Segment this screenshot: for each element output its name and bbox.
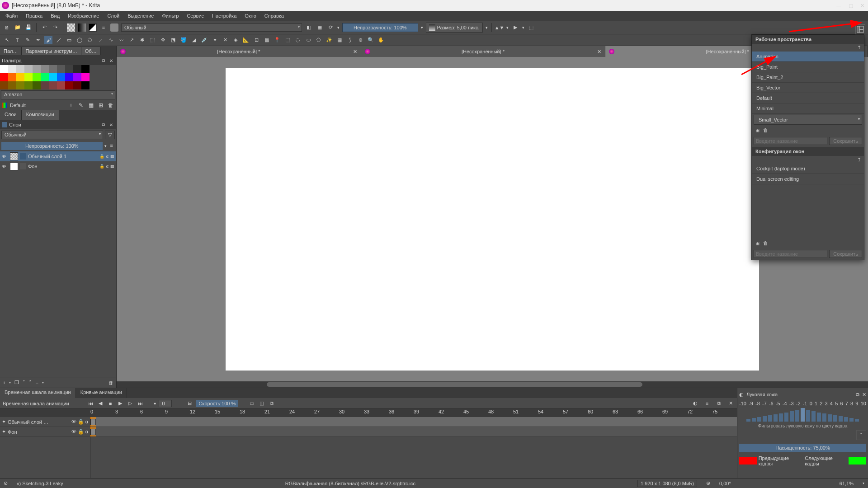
freehand-path-icon[interactable]: 〰 [117, 36, 125, 44]
onion-close-icon[interactable]: ✕ [862, 392, 866, 398]
brush-size-input[interactable]: Размер: 5,00 пикс. [426, 23, 483, 33]
pin-tool-icon[interactable]: 📍 [273, 36, 281, 44]
onion-bar[interactable] [839, 416, 843, 422]
track-row-1[interactable] [90, 417, 737, 427]
gradient-tool-icon[interactable]: ◢ [190, 36, 198, 44]
pan-tool-icon[interactable]: ✋ [377, 36, 385, 44]
menu-settings[interactable]: Настройка [209, 12, 239, 19]
status-angle[interactable]: 0,00° [719, 481, 731, 486]
palette-swatches[interactable] [0, 65, 116, 73]
inherit-icon[interactable]: ▦ [110, 154, 114, 159]
mirror-h-icon[interactable]: ▲▼ [495, 23, 504, 32]
onion-bar[interactable] [849, 418, 854, 422]
palette-color[interactable] [24, 81, 33, 89]
palette-color[interactable] [65, 73, 73, 81]
workspace-small-vector-dropdown[interactable]: Small_Vector [754, 115, 862, 125]
status-locator-icon[interactable]: ⊕ [706, 480, 710, 486]
pattern-swatch[interactable] [67, 23, 75, 32]
palette-color[interactable] [57, 65, 65, 73]
polygon-tool-icon[interactable]: ⬠ [86, 36, 94, 44]
onion-bar[interactable] [833, 415, 837, 422]
layer-item-bg[interactable]: 👁 Фон 🔒 α ▦ [0, 161, 116, 171]
timeline-ruler[interactable]: 0369121518212427303336394245485154576063… [0, 409, 737, 417]
palette-swatches-3[interactable] [0, 81, 116, 89]
palette-color[interactable] [16, 65, 24, 73]
workspace-item-minimal[interactable]: Minimal [752, 103, 864, 114]
lock-icon[interactable]: 🔒 [99, 154, 104, 159]
palette-color[interactable] [49, 81, 57, 89]
palette-color[interactable] [81, 73, 90, 81]
onion-bar[interactable] [801, 408, 805, 422]
prev-frame-icon[interactable]: ◀ [97, 400, 104, 407]
bezier-tool-icon[interactable]: ∿ [107, 36, 115, 44]
prev-frames-color[interactable] [739, 457, 757, 465]
layer-item-1[interactable]: 👁 Обычный слой 1 🔒 α ▦ [0, 151, 116, 161]
eraser-mode-icon[interactable]: ◧ [305, 23, 313, 32]
menu-window[interactable]: Окно [242, 12, 259, 19]
palette-color[interactable] [65, 81, 73, 89]
alpha-icon[interactable]: α [106, 154, 108, 159]
palette-preset-dropdown[interactable]: Amazon [1, 90, 115, 99]
crop-tool-icon[interactable]: ⬔ [169, 36, 177, 44]
key-dup-icon[interactable]: ⧉ [268, 400, 275, 407]
add-swatch-icon[interactable]: + [67, 102, 75, 109]
inherit-icon[interactable]: ▦ [110, 164, 114, 169]
onion-bar[interactable] [855, 419, 859, 422]
wp-import-icon-2[interactable]: ↥ [857, 157, 861, 162]
settings-menu-icon[interactable]: ≡ [703, 400, 711, 407]
palette-color[interactable] [73, 81, 81, 89]
tab-compositions[interactable]: Композиции [22, 110, 59, 120]
palette-color[interactable] [24, 65, 33, 73]
palette-color[interactable] [8, 65, 16, 73]
pattern-edit-icon[interactable]: ✕ [221, 36, 229, 44]
palette-color[interactable] [0, 65, 8, 73]
wp-add-icon[interactable]: ⊞ [755, 127, 760, 133]
dock-close-icon[interactable]: ✕ [108, 122, 114, 128]
palette-color[interactable] [16, 73, 24, 81]
workspace-name-input[interactable] [754, 137, 827, 145]
onion-bar[interactable] [763, 416, 767, 422]
palette-color[interactable] [0, 73, 8, 81]
workspace-item-big_paint_2[interactable]: Big_Paint_2 [752, 72, 864, 83]
rect-select-icon[interactable]: ⬚ [283, 36, 292, 44]
workspace-item-animation[interactable]: Animation [752, 52, 864, 62]
palette-color[interactable] [33, 73, 41, 81]
menu-layer[interactable]: Слой [104, 12, 122, 19]
move-tool-icon[interactable]: ↖ [3, 36, 11, 44]
freehand-select-icon[interactable]: ⬭ [304, 36, 312, 44]
dock-tab-palette[interactable]: Пал… [0, 47, 22, 55]
alpha-icon[interactable]: α [106, 164, 108, 169]
palette-color[interactable] [24, 73, 33, 81]
drop-frames-icon[interactable]: ⊟ [186, 400, 193, 407]
onion-bar[interactable] [811, 411, 816, 422]
doc-tab-1[interactable]: [Несохранённый] *✕ [117, 46, 361, 57]
scrollbar-horizontal[interactable] [117, 381, 868, 388]
smart-patch-icon[interactable]: ✦ [211, 36, 219, 44]
add-layer-icon[interactable]: + [3, 380, 5, 385]
palette-color[interactable] [49, 73, 57, 81]
fill-tool-icon[interactable]: 🪣 [179, 36, 188, 44]
palette-color[interactable] [41, 81, 49, 89]
layer-blend-dropdown[interactable]: Обычный [1, 131, 103, 139]
polygon-select-icon[interactable]: ⬠ [315, 36, 323, 44]
onion-float-icon[interactable]: ⧉ [856, 392, 859, 398]
palette-color[interactable] [41, 73, 49, 81]
workspace-chooser-button[interactable] [855, 24, 865, 34]
onion-bar[interactable] [746, 419, 750, 422]
onion-bar[interactable] [757, 417, 761, 422]
onion-toggle-icon[interactable]: ◐ [692, 400, 699, 407]
delete-swatch-icon[interactable]: 🗑 [107, 102, 114, 109]
gradient-edit-icon[interactable]: ≡ [99, 23, 108, 32]
onion-expand-icon[interactable]: ˅ [856, 430, 866, 440]
canvas[interactable] [226, 68, 759, 371]
first-frame-icon[interactable]: ⏮ [87, 400, 94, 407]
menu-filter[interactable]: Фильтр [159, 12, 181, 19]
multibrush-icon[interactable]: ✱ [138, 36, 146, 44]
dynamic-brush-icon[interactable]: ↗ [127, 36, 136, 44]
onion-bar[interactable] [806, 410, 810, 422]
onion-bar[interactable] [768, 415, 772, 422]
opacity-slider[interactable]: Непрозрачность: 100% [342, 23, 418, 32]
brush-tool-icon[interactable]: 🖌 [44, 36, 52, 44]
dock-tab-overview[interactable]: Об… [81, 47, 101, 55]
key-blank-icon[interactable]: ◫ [258, 400, 265, 407]
